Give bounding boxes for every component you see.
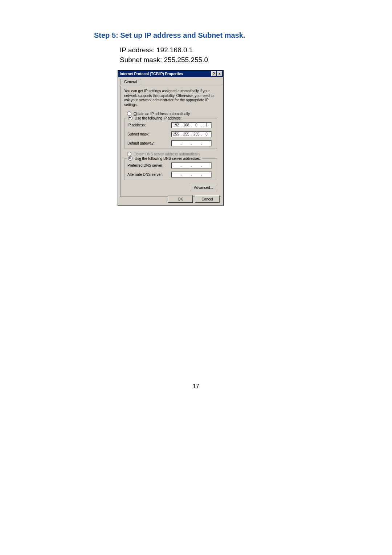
radio-label: Obtain an IP address automatically [134,112,190,116]
titlebar[interactable]: Internet Protocol (TCP/IP) Properties ? … [118,70,223,77]
page-number: 17 [0,383,392,390]
use-dns-groupbox: Use the following DNS server addresses: … [124,158,217,180]
radio-use-ip[interactable]: Use the following IP address: [127,116,183,120]
tab-general[interactable]: General [120,79,141,85]
ok-button[interactable]: OK [168,195,193,203]
subnet-mask-text: Subnet mask: 255.255.255.0 [120,55,208,65]
advanced-button[interactable]: Advanced... [190,184,217,191]
radio-label: Obtain DNS server address automatically [134,152,200,156]
step-heading: Step 5: Set up IP address and Subnet mas… [94,31,245,40]
description-text: You can get IP settings assigned automat… [124,89,217,107]
preferred-dns-label: Preferred DNS server: [127,163,171,167]
help-button[interactable]: ? [211,71,216,76]
dialog-footer: OK Cancel [168,195,220,203]
close-icon: × [219,72,221,76]
ip-address-label: IP address: [127,123,171,127]
subnet-mask-row: Subnet mask: 255. 255. 255. 0 [127,131,214,137]
document-page: Step 5: Set up IP address and Subnet mas… [0,0,392,555]
tcpip-properties-dialog: Internet Protocol (TCP/IP) Properties ? … [118,70,224,206]
tab-strip: General [120,78,221,86]
subnet-mask-label: Subnet mask: [127,132,171,136]
window-title: Internet Protocol (TCP/IP) Properties [120,72,211,76]
preferred-dns-row: Preferred DNS server: . . . [127,162,214,169]
dialog-body: General You can get IP settings assigned… [118,77,223,199]
default-gateway-row: Default gateway: . . . [127,140,214,146]
radio-icon [128,116,132,120]
alternate-dns-input[interactable]: . . . [171,171,212,178]
advanced-row: Advanced... [124,184,217,191]
cancel-button[interactable]: Cancel [195,195,220,203]
radio-obtain-ip-auto[interactable]: Obtain an IP address automatically [124,112,217,116]
ip-address-text: IP address: 192.168.0.1 [120,45,208,55]
ip-address-row: IP address: 192. 168. 0. 1 [127,122,214,128]
radio-label: Use the following IP address: [135,116,181,120]
close-button[interactable]: × [217,71,222,76]
radio-use-dns[interactable]: Use the following DNS server addresses: [127,156,202,161]
radio-icon [127,112,131,116]
default-gateway-label: Default gateway: [127,141,171,145]
alternate-dns-row: Alternate DNS server: . . . [127,171,214,178]
use-ip-groupbox: Use the following IP address: IP address… [124,118,217,149]
preferred-dns-input[interactable]: . . . [171,162,212,169]
radio-obtain-dns-auto: Obtain DNS server address automatically [124,152,217,156]
radio-label: Use the following DNS server addresses: [135,157,201,161]
radio-icon [127,152,131,156]
question-icon: ? [213,72,215,76]
general-tab-panel: You can get IP settings assigned automat… [120,86,221,197]
info-block: IP address: 192.168.0.1 Subnet mask: 255… [120,45,208,65]
alternate-dns-label: Alternate DNS server: [127,173,171,177]
radio-icon [128,156,132,161]
subnet-mask-input[interactable]: 255. 255. 255. 0 [171,131,212,137]
default-gateway-input[interactable]: . . . [171,140,212,146]
ip-address-input[interactable]: 192. 168. 0. 1 [171,122,212,128]
